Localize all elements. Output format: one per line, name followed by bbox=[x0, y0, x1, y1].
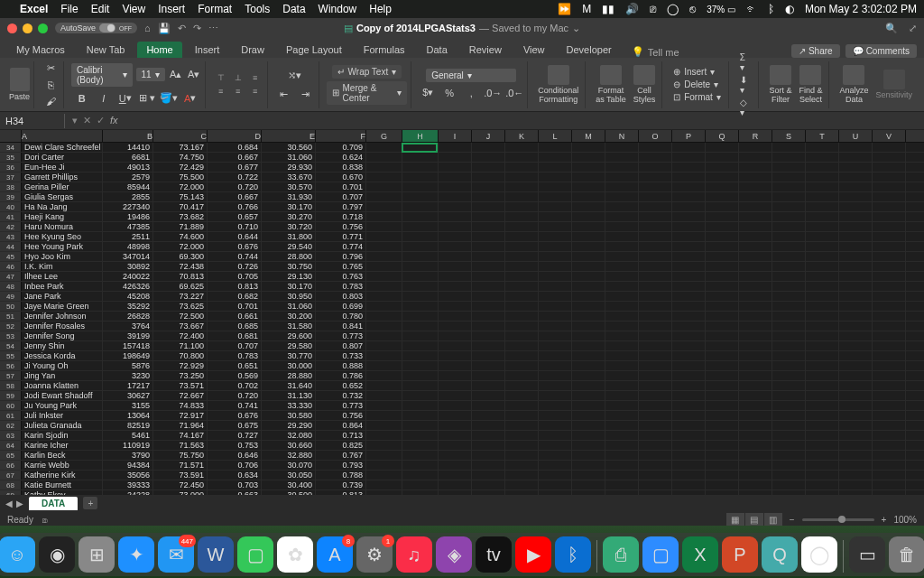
fill-color-button[interactable]: 🪣▾ bbox=[160, 90, 178, 107]
dock-trash[interactable]: 🗑 bbox=[889, 536, 924, 573]
table-row[interactable]: 63Karin Sjodin546174.1670.72732.0800.713 bbox=[0, 431, 924, 441]
tell-me[interactable]: 💡 Tell me bbox=[632, 46, 679, 58]
font-size-select[interactable]: 11 ▾ bbox=[136, 68, 165, 81]
table-row[interactable]: 40Ha Na Jang22734070.4170.76630.1700.797 bbox=[0, 202, 924, 212]
sort-filter-button[interactable]: Sort & Filter bbox=[766, 65, 794, 104]
decrease-decimal-icon[interactable]: .0← bbox=[505, 85, 523, 101]
copy-icon[interactable]: ⎘ bbox=[42, 78, 60, 92]
tab-home[interactable]: Home bbox=[137, 42, 181, 58]
tab-review[interactable]: Review bbox=[460, 42, 511, 58]
menu-file[interactable]: File bbox=[60, 3, 78, 15]
dock-siri[interactable]: ◉ bbox=[39, 536, 75, 573]
fill-icon[interactable]: ⬇ ▾ bbox=[736, 74, 755, 96]
dock-quicktime[interactable]: Q bbox=[762, 536, 798, 573]
table-row[interactable]: 35Dori Carter668174.7500.66731.0600.624 bbox=[0, 153, 924, 163]
table-row[interactable]: 48Inbee Park42632669.6250.81330.1700.783 bbox=[0, 282, 924, 292]
tab-pagelayout[interactable]: Page Layout bbox=[277, 42, 351, 58]
dropdown-icon[interactable]: ▾ bbox=[72, 115, 78, 126]
indent-icon[interactable]: ⇥ bbox=[297, 86, 315, 102]
table-row[interactable]: 43Hee Kyung Seo251174.6000.64431.8000.77… bbox=[0, 232, 924, 242]
currency-icon[interactable]: $▾ bbox=[419, 85, 437, 101]
dock-powerpoint[interactable]: P bbox=[722, 536, 758, 573]
control-center-icon[interactable]: ⎋ bbox=[689, 3, 696, 15]
delete-cells-button[interactable]: ⊖ Delete ▾ bbox=[670, 79, 725, 90]
volume-icon[interactable]: 🔊 bbox=[625, 3, 639, 15]
sensitivity-button[interactable]: Sensitivity bbox=[873, 70, 915, 99]
dock-bluetooth[interactable]: ᛒ bbox=[555, 536, 591, 573]
menu-window[interactable]: Window bbox=[319, 3, 357, 15]
table-row[interactable]: 64Karine Icher11091971.5630.75330.6600.8… bbox=[0, 441, 924, 451]
maximize-icon[interactable] bbox=[38, 23, 48, 33]
dock-facetime[interactable]: ▢ bbox=[237, 536, 273, 573]
sheet-nav-next-icon[interactable]: ▶ bbox=[16, 499, 23, 508]
tab-formulas[interactable]: Formulas bbox=[355, 42, 414, 58]
table-row[interactable]: 55Jessica Korda19864970.8000.78330.7700.… bbox=[0, 351, 924, 361]
sheet-tab-data[interactable]: DATA bbox=[29, 497, 78, 510]
insert-cells-button[interactable]: ⊕ Insert ▾ bbox=[670, 66, 725, 78]
zoom-slider[interactable] bbox=[802, 518, 874, 521]
user-icon[interactable]: ◯ bbox=[667, 3, 679, 15]
increase-font-icon[interactable]: A▴ bbox=[169, 67, 183, 83]
tab-data[interactable]: Data bbox=[418, 42, 457, 58]
font-color-button[interactable]: A▾ bbox=[181, 90, 199, 107]
menubar-datetime[interactable]: Mon May 2 3:02:02 PM bbox=[805, 3, 917, 15]
underline-button[interactable]: U ▾ bbox=[116, 90, 134, 107]
share-button[interactable]: ↗ Share bbox=[791, 44, 840, 58]
accessibility-icon[interactable]: ⎄ bbox=[42, 515, 48, 525]
dock-word[interactable]: W bbox=[198, 536, 234, 573]
spotlight-icon[interactable]: ◐ bbox=[785, 3, 794, 15]
dock-settings[interactable]: ⚙1 bbox=[356, 536, 393, 573]
confirm-icon[interactable]: ✓ bbox=[97, 115, 105, 126]
display-icon[interactable]: ⎚ bbox=[650, 3, 656, 15]
more-icon[interactable]: ⋯ bbox=[208, 23, 218, 34]
format-cells-button[interactable]: ⊡ Format ▾ bbox=[670, 91, 725, 103]
wifi-icon[interactable]: ᯤ bbox=[746, 3, 757, 15]
merge-center-button[interactable]: ⊞ Merge & Center ▾ bbox=[327, 81, 408, 105]
todo-icon[interactable]: ▮▮ bbox=[602, 3, 614, 15]
dock-zoom[interactable]: ▢ bbox=[642, 536, 679, 573]
table-row[interactable]: 65Karlin Beck379075.7500.64632.8800.767 bbox=[0, 451, 924, 461]
redo-icon[interactable]: ↷ bbox=[193, 23, 201, 34]
fastforward-icon[interactable]: ⏩ bbox=[558, 3, 571, 15]
dock-finder[interactable]: ☺ bbox=[0, 536, 35, 573]
table-row[interactable]: 44Hee Young Park4899872.0000.67629.5400.… bbox=[0, 242, 924, 252]
table-row[interactable]: 60Ju Young Park315574.8330.74133.3300.77… bbox=[0, 401, 924, 411]
font-name-select[interactable]: Calibri (Body) ▾ bbox=[71, 63, 132, 87]
table-row[interactable]: 69Kathy Ekey2422873.0000.66330.5000.813 bbox=[0, 490, 924, 495]
border-button[interactable]: ⊞ ▾ bbox=[138, 90, 156, 107]
table-row[interactable]: 38Gerina Piller8594472.0000.72030.5700.7… bbox=[0, 182, 924, 192]
close-icon[interactable] bbox=[7, 23, 17, 33]
normal-view-icon[interactable]: ▦ bbox=[726, 513, 744, 526]
table-row[interactable]: 67Katherine Kirk3505673.5910.63430.0500.… bbox=[0, 471, 924, 480]
dock-chrome[interactable]: ◯ bbox=[801, 536, 837, 573]
traffic-lights[interactable] bbox=[7, 23, 48, 33]
table-row[interactable]: 57Jing Yan323073.2500.56928.8800.786 bbox=[0, 371, 924, 381]
dock-photos[interactable]: ✿ bbox=[277, 536, 313, 573]
align-buttons[interactable]: ⊤⊥≡ ≡≡≡ bbox=[213, 71, 263, 98]
menu-tools[interactable]: Tools bbox=[245, 3, 270, 15]
clear-icon[interactable]: ◇ ▾ bbox=[736, 97, 755, 118]
doc-title[interactable]: Copy of 2014LPGAStats3 bbox=[356, 23, 476, 33]
table-row[interactable]: 66Karrie Webb9438471.5710.70630.0700.793 bbox=[0, 461, 924, 471]
table-row[interactable]: 36Eun-Hee Ji4901372.4290.67729.9300.838 bbox=[0, 163, 924, 172]
zoom-in-icon[interactable]: + bbox=[882, 515, 887, 525]
worksheet-grid[interactable]: ABCDEFGHIJKLMNOPQRSTUV 34Dewi Clare Schr… bbox=[0, 130, 924, 495]
cut-icon[interactable]: ✂ bbox=[42, 61, 60, 76]
dock-appletv[interactable]: tv bbox=[476, 536, 512, 573]
table-row[interactable]: 52Jennifer Rosales376473.6670.68531.5800… bbox=[0, 322, 924, 331]
dock-excel[interactable]: X bbox=[682, 536, 718, 573]
table-row[interactable]: 45Hyo Joo Kim34701469.3000.74428.8000.79… bbox=[0, 252, 924, 262]
increase-decimal-icon[interactable]: .0→ bbox=[484, 85, 502, 101]
bluetooth-icon[interactable]: ᛒ bbox=[768, 3, 774, 15]
tab-draw[interactable]: Draw bbox=[232, 42, 273, 58]
paste-button[interactable]: Paste bbox=[9, 68, 30, 101]
dock-youtube[interactable]: ▶ bbox=[515, 536, 551, 573]
table-row[interactable]: 41Haeji Kang1948673.6820.65730.2700.718 bbox=[0, 212, 924, 222]
table-row[interactable]: 46I.K. Kim3089272.4380.72630.7500.765 bbox=[0, 262, 924, 272]
autosave-toggle[interactable]: AutoSave OFF bbox=[55, 23, 137, 33]
comma-icon[interactable]: , bbox=[462, 85, 480, 101]
table-row[interactable]: 39Giulia Sergas285575.1430.66731.9300.70… bbox=[0, 192, 924, 202]
dock-podcasts[interactable]: ◈ bbox=[436, 536, 472, 573]
menu-help[interactable]: Help bbox=[369, 3, 392, 15]
menu-edit[interactable]: Edit bbox=[91, 3, 110, 15]
